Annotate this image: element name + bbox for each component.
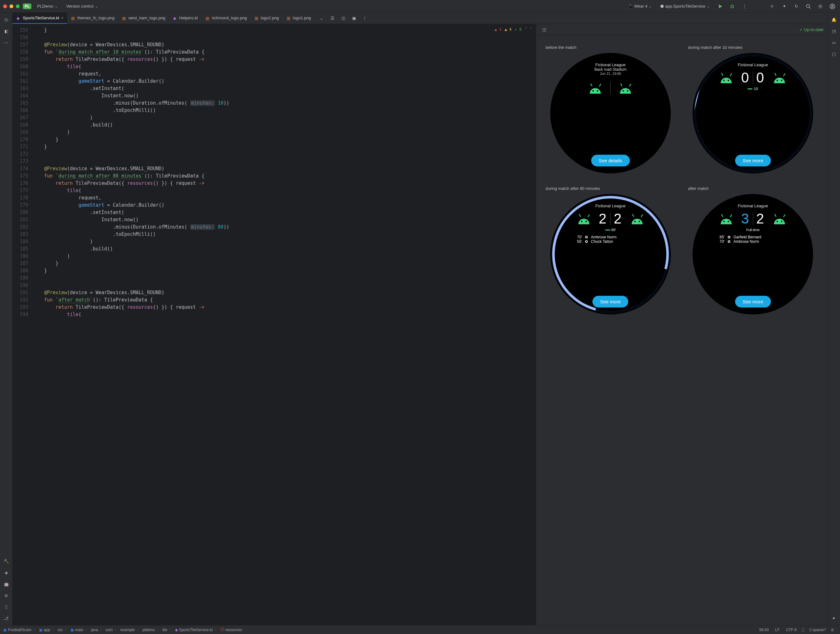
- next-highlight-icon[interactable]: ˇ: [530, 26, 532, 33]
- editor-layout-icon[interactable]: ☰: [328, 14, 337, 23]
- device-selector[interactable]: 📱 Wear 4: [625, 3, 655, 10]
- editor-preview-icon[interactable]: ▣: [350, 14, 358, 23]
- search-icon[interactable]: [804, 2, 813, 11]
- run-config-selector[interactable]: ⬢ app.SportsTileService: [658, 3, 712, 10]
- build-tool-icon[interactable]: 🔨: [2, 557, 11, 566]
- file-encoding[interactable]: UTF-8: [786, 628, 797, 632]
- goal-icon: [728, 236, 730, 239]
- editor-tabs: ◆SportsTileService.kt× ▦themes_fc_logo.p…: [13, 13, 827, 24]
- close-icon[interactable]: [3, 5, 7, 8]
- compose-preview-pane: ◫ ✓ Up-to-date before the match Fictiona…: [536, 24, 827, 625]
- readonly-toggle-icon[interactable]: ⎕: [799, 625, 807, 634]
- svg-point-20: [781, 221, 783, 222]
- warning-count: ▲ 4: [505, 26, 512, 33]
- tab-sportstileservice[interactable]: ◆SportsTileService.kt×: [13, 13, 67, 24]
- minimize-icon[interactable]: [9, 5, 13, 8]
- preview-during-80[interactable]: during match after 80 minutes Fictional …: [546, 186, 676, 315]
- prev-highlight-icon[interactable]: ˆ: [525, 26, 527, 33]
- svg-point-4: [832, 5, 833, 6]
- line-ending[interactable]: LF: [775, 628, 780, 632]
- notifications-icon[interactable]: 🔔: [829, 15, 838, 24]
- tab-helpers[interactable]: ◆Helpers.kt: [169, 13, 202, 24]
- tab-themes-fc-logo[interactable]: ▦themes_fc_logo.png: [67, 13, 118, 24]
- status-bar: ▣ FootballScore〉 ▣ app〉 src〉 ▣ main〉 jav…: [0, 625, 840, 634]
- ai-assistant-icon[interactable]: ✦: [829, 614, 838, 623]
- svg-point-8: [627, 90, 628, 92]
- zoom-icon[interactable]: [16, 5, 20, 8]
- editor-split-icon[interactable]: ◫: [339, 14, 348, 23]
- svg-point-10: [728, 79, 729, 81]
- error-count: ▲ 1: [494, 26, 502, 33]
- svg-point-9: [723, 79, 725, 81]
- breadcrumb[interactable]: src: [58, 628, 63, 632]
- more-actions-icon[interactable]: ⋮: [740, 2, 749, 11]
- breadcrumb[interactable]: ⓕ resources: [220, 627, 242, 632]
- ok-count: ✓ 5: [515, 26, 522, 33]
- gradle-tool-icon[interactable]: ◳: [829, 27, 838, 35]
- preview-before-match[interactable]: before the match Fictional League Back r…: [546, 45, 676, 173]
- tab-richmond-logo[interactable]: ▦richmond_logo.png: [202, 13, 251, 24]
- see-more-button[interactable]: See more: [735, 296, 771, 307]
- sync-icon[interactable]: ↻: [792, 2, 801, 11]
- svg-point-2: [820, 6, 821, 7]
- code-editor[interactable]: ▲ 1 ▲ 4 ✓ 5 ˆ ˇ 155 156 157 158 159 160 …: [13, 24, 536, 625]
- caret-position[interactable]: 56:43: [759, 628, 769, 632]
- account-icon[interactable]: [828, 2, 837, 11]
- tab-west-ham-logo[interactable]: ▦west_ham_logo.png: [118, 13, 169, 24]
- inspection-widget[interactable]: ▲ 1 ▲ 4 ✓ 5 ˆ ˇ: [494, 26, 532, 33]
- indent-config[interactable]: 2 spaces*: [809, 628, 826, 632]
- breadcrumb[interactable]: pldemo: [142, 628, 155, 632]
- project-tool-icon[interactable]: 🗀: [2, 15, 11, 24]
- editor-more-icon[interactable]: ⋮: [360, 14, 369, 23]
- device-manager-icon[interactable]: ▭: [829, 38, 838, 47]
- breadcrumb[interactable]: com: [106, 628, 113, 632]
- breadcrumb[interactable]: ▣ FootballScore: [3, 628, 32, 632]
- preview-during-10[interactable]: during match after 10 minutes Fictional …: [688, 45, 818, 173]
- more-tool-icon[interactable]: ⋯: [2, 38, 11, 47]
- see-details-button[interactable]: See details: [591, 155, 630, 166]
- code-with-me-icon[interactable]: ⎋: [768, 2, 777, 11]
- breadcrumb[interactable]: ▣ app: [39, 628, 50, 632]
- tab-logo1[interactable]: ▦logo1.png: [283, 13, 315, 24]
- problems-tool-icon[interactable]: ⊘: [2, 591, 11, 600]
- see-more-button[interactable]: See more: [735, 155, 771, 166]
- tabs-dropdown-icon[interactable]: ⌄: [317, 14, 326, 23]
- svg-point-18: [728, 221, 729, 222]
- svg-point-6: [597, 90, 598, 92]
- image-file-icon: ▦: [122, 16, 126, 20]
- emulator-tool-icon[interactable]: ▢: [829, 49, 838, 58]
- breadcrumb[interactable]: ▣ main: [70, 628, 84, 632]
- breadcrumb[interactable]: tile: [163, 628, 167, 632]
- line-gutter: 155 156 157 158 159 160 161 162 163 164 …: [13, 24, 33, 625]
- breadcrumb[interactable]: java: [91, 628, 98, 632]
- status-indicator-icon[interactable]: ⊘: [828, 625, 837, 634]
- structure-tool-icon[interactable]: ◧: [2, 27, 11, 35]
- debug-button[interactable]: [728, 2, 737, 11]
- android-tool-icon[interactable]: 🤖: [2, 579, 11, 588]
- svg-point-11: [777, 79, 778, 81]
- android-icon: [717, 71, 736, 84]
- preview-after-match[interactable]: after match Fictional League 32 Full-tim…: [688, 186, 818, 315]
- vcs-menu[interactable]: Version control: [64, 3, 101, 10]
- android-icon: [717, 212, 736, 225]
- tab-logo2[interactable]: ▦logo2.png: [251, 13, 283, 24]
- preview-layout-icon[interactable]: ◫: [540, 25, 549, 34]
- favorites-tool-icon[interactable]: ◈: [2, 568, 11, 577]
- project-selector[interactable]: PLDemo: [35, 3, 60, 10]
- breadcrumb[interactable]: ◆ SportsTileService.kt: [175, 628, 213, 632]
- updates-icon[interactable]: ✦: [780, 2, 789, 11]
- image-file-icon: ▦: [205, 16, 210, 20]
- svg-point-0: [731, 5, 734, 8]
- close-tab-icon[interactable]: ×: [61, 16, 63, 20]
- code-content[interactable]: } @Preview(device = WearDevices.SMALL_RO…: [33, 24, 536, 625]
- vcs-tool-icon[interactable]: ⎇: [2, 614, 11, 623]
- image-file-icon: ▦: [254, 16, 259, 20]
- titlebar: PL PLDemo Version control 📱 Wear 4 ⬢ app…: [0, 0, 840, 13]
- breadcrumb[interactable]: example: [120, 628, 135, 632]
- terminal-tool-icon[interactable]: ⌷: [2, 602, 11, 611]
- android-icon: [616, 82, 635, 95]
- image-file-icon: ▦: [71, 16, 76, 20]
- run-button[interactable]: [716, 2, 725, 11]
- settings-icon[interactable]: [816, 2, 825, 11]
- android-icon: [770, 71, 789, 84]
